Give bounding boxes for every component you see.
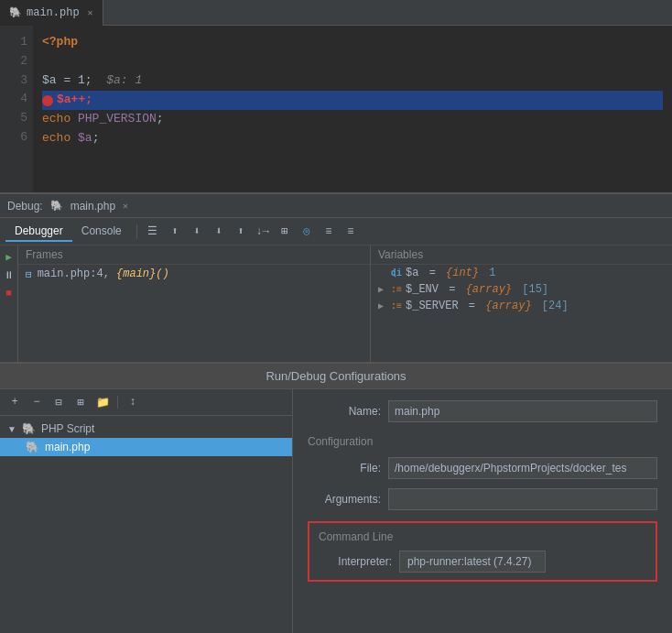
code-area[interactable]: <?php $a = 1; $a: 1 $a++; echo PHP_VERSI… — [33, 26, 672, 192]
code-token: echo — [42, 110, 78, 129]
frame-text: main.php:4, {main}() — [38, 267, 169, 280]
config-file-label: File: — [308, 462, 381, 475]
toolbar-btn-step-out[interactable]: ⬇ — [209, 222, 229, 242]
frames-panel-header: Frames — [18, 246, 370, 265]
command-line-box: Command Line Interpreter: php-runner:lat… — [308, 521, 657, 582]
tab-console[interactable]: Console — [72, 222, 131, 242]
editor-section: 🐘 main.php ✕ 1 2 3 4 5 6 <?php $a = 1; $… — [0, 0, 672, 192]
config-file-input[interactable] — [388, 457, 657, 479]
config-btn-sort[interactable]: ↕ — [124, 393, 142, 411]
toolbar-separator — [136, 224, 137, 239]
tree-group-label: PHP Script — [41, 422, 94, 435]
code-token: <?php — [42, 33, 78, 52]
var-name-server: $_SERVER — [406, 300, 459, 312]
debugger-section: Debug: 🐘 main.php ✕ Debugger Console ☰ ⬆… — [0, 192, 672, 362]
action-btn-play[interactable]: ▶ — [2, 249, 16, 264]
frames-panel: Frames ⊟ main.php:4, {main}() — [18, 246, 371, 362]
debug-tab-close[interactable]: ✕ — [123, 201, 128, 212]
action-btn-stop[interactable]: ■ — [2, 286, 16, 300]
tree-group-icon: 🐘 — [22, 422, 36, 435]
config-btn-remove[interactable]: − — [27, 393, 46, 411]
interpreter-label: Interpreter: — [319, 555, 392, 568]
toolbar-btn-run-to[interactable]: ↓→ — [253, 222, 273, 242]
var-equals-server: = — [462, 300, 482, 312]
config-field-file: File: — [308, 457, 657, 479]
code-token: $a — [78, 129, 92, 148]
var-val-a: 1 — [482, 267, 495, 279]
toolbar-btn-step-into[interactable]: ⬇ — [187, 222, 207, 242]
config-toolbar-sep — [117, 396, 118, 409]
config-name-input[interactable] — [388, 400, 657, 422]
config-section-configuration: Configuration — [308, 435, 657, 448]
line-numbers: 1 2 3 4 5 6 — [0, 26, 33, 192]
code-line-2 — [42, 52, 663, 71]
frame-file-icon: ⊟ — [26, 268, 32, 280]
debug-header: Debug: 🐘 main.php ✕ — [0, 194, 672, 218]
var-expand-server[interactable]: ▶ — [378, 300, 387, 311]
code-token: $a++; — [57, 91, 92, 110]
config-btn-copy[interactable]: ⊟ — [49, 393, 68, 411]
var-expand-env[interactable]: ▶ — [378, 284, 387, 295]
action-btn-pause[interactable]: ⏸ — [2, 267, 16, 282]
toolbar-btn-active[interactable]: ◎ — [297, 222, 317, 242]
config-field-arguments: Arguments: — [308, 488, 657, 510]
code-line-5: echo PHP_VERSION ; — [42, 110, 663, 129]
variables-panel: Variables ɖi $a = {int} 1 ▶ :≡ $_ENV = {… — [371, 246, 672, 362]
tree-item-main-php[interactable]: 🐘 main.php — [0, 438, 292, 456]
var-val-server: [24] — [536, 300, 569, 312]
debug-left-actions: ▶ ⏸ ■ — [0, 246, 18, 362]
var-type-icon-a: ɖi — [391, 267, 402, 278]
debug-label: Debug: — [7, 200, 43, 213]
debug-tab-php-icon: 🐘 — [50, 200, 63, 212]
toolbar-btn-frames[interactable]: ⊞ — [275, 222, 295, 242]
frame-fn-name: {main}() — [116, 267, 169, 280]
var-type-server: {array} — [485, 300, 531, 312]
editor-body: 1 2 3 4 5 6 <?php $a = 1; $a: 1 $a++; — [0, 26, 672, 192]
interpreter-field: Interpreter: php-runner:latest (7.4.27) — [319, 551, 646, 573]
var-equals-env: = — [442, 283, 462, 296]
code-line-4: $a++; — [42, 91, 663, 110]
config-btn-add[interactable]: + — [5, 393, 24, 411]
tab-debugger[interactable]: Debugger — [5, 222, 72, 242]
debug-toolbar: Debugger Console ☰ ⬆ ⬇ ⬇ ⬆ ↓→ ⊞ ◎ ≡ ≡ — [0, 218, 672, 246]
config-right-panel: Name: Configuration File: Arguments: Com… — [293, 389, 672, 633]
config-arguments-label: Arguments: — [308, 493, 381, 506]
code-token: ; — [157, 110, 164, 129]
var-name-a: $a — [406, 267, 418, 279]
editor-tab-main-php[interactable]: 🐘 main.php ✕ — [0, 0, 103, 26]
config-dialog-body: + − ⊟ ⊞ 📁 ↕ ▼ 🐘 PHP Script 🐘 main.php — [0, 389, 672, 633]
php-file-icon: 🐘 — [9, 6, 22, 18]
debug-tab-name: main.php — [70, 200, 115, 213]
config-arguments-input[interactable] — [388, 488, 657, 510]
var-val-env: [15] — [515, 283, 548, 296]
config-field-name: Name: — [308, 400, 657, 422]
config-dialog: Run/Debug Configurations + − ⊟ ⊞ 📁 ↕ ▼ 🐘… — [0, 362, 672, 633]
config-btn-import[interactable]: 📁 — [93, 393, 112, 411]
code-line-1: <?php — [42, 33, 663, 52]
var-expand-a — [378, 268, 387, 278]
code-token-comment: $a: 1 — [106, 71, 142, 91]
editor-tab-close[interactable]: ✕ — [88, 7, 93, 18]
interpreter-value[interactable]: php-runner:latest (7.4.27) — [399, 551, 546, 573]
config-btn-folder[interactable]: ⊞ — [71, 393, 90, 411]
tree-group-expand[interactable]: ▼ — [7, 424, 16, 434]
toolbar-btn-var-list[interactable]: ≡ — [319, 222, 339, 242]
var-type-icon-env: :≡ — [391, 285, 402, 295]
config-toolbar: + − ⊟ ⊞ 📁 ↕ — [0, 389, 292, 416]
config-tree: ▼ 🐘 PHP Script 🐘 main.php — [0, 416, 292, 633]
toolbar-btn-settings[interactable]: ≡ — [341, 222, 361, 242]
config-dialog-title: Run/Debug Configurations — [0, 364, 672, 389]
var-name-env: $_ENV — [406, 283, 439, 296]
code-line-3: $a = 1; $a: 1 — [42, 71, 663, 91]
breakpoint-indicator — [42, 95, 53, 106]
frame-item-main[interactable]: ⊟ main.php:4, {main}() — [18, 265, 370, 283]
code-line-6: echo $a ; — [42, 129, 663, 148]
code-token: $a = 1; — [42, 71, 106, 91]
debug-body: ▶ ⏸ ■ Frames ⊟ main.php:4, {main}() Vari… — [0, 246, 672, 362]
toolbar-btn-step-over[interactable]: ⬆ — [165, 222, 185, 242]
var-type-a: {int} — [446, 267, 479, 279]
var-type-icon-server: :≡ — [391, 301, 402, 311]
toolbar-btn-resume[interactable]: ⬆ — [231, 222, 251, 242]
toolbar-btn-list[interactable]: ☰ — [143, 222, 163, 242]
code-token: ; — [92, 129, 100, 148]
